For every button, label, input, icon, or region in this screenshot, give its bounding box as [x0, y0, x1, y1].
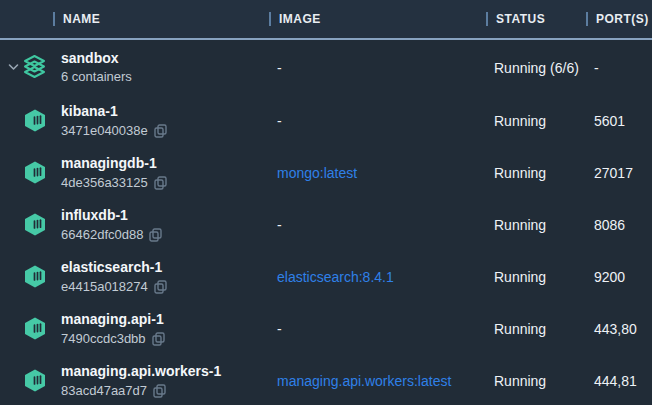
column-header-ports[interactable]: PORT(S) [586, 12, 652, 26]
status-cell: Running [486, 373, 586, 389]
column-divider [486, 12, 488, 26]
container-icon [22, 212, 47, 237]
container-id: 7490ccdc3dbb [61, 330, 146, 349]
column-label: STATUS [496, 12, 545, 26]
table-row[interactable]: managing.api-1 7490ccdc3dbb - Running 44… [0, 303, 652, 355]
image-cell: - [269, 321, 486, 337]
column-label: IMAGE [279, 12, 321, 26]
table-row[interactable]: elasticsearch-1 e4415a018274 elasticsear… [0, 251, 652, 303]
column-header-name[interactable]: NAME [0, 12, 269, 26]
status-cell: Running (6/6) [486, 60, 586, 76]
image-link[interactable]: mongo:latest [269, 165, 486, 181]
container-id: 66462dfc0d88 [61, 226, 143, 245]
copy-icon[interactable] [154, 124, 167, 138]
copy-icon[interactable] [154, 280, 167, 294]
ports-cell: - [586, 60, 652, 76]
containers-panel: NAME IMAGE STATUS PORT(S) [0, 0, 652, 405]
container-id: 4de356a33125 [61, 174, 148, 193]
ports-cell: 9200 [586, 269, 652, 285]
chevron-down-icon[interactable] [5, 63, 22, 71]
image-link[interactable]: elasticsearch:8.4.1 [269, 269, 486, 285]
container-icon [22, 264, 47, 289]
ports-cell: 8086 [586, 217, 652, 233]
container-icon [22, 160, 47, 185]
container-id: 3471e040038e [61, 122, 148, 141]
image-cell: - [269, 60, 486, 76]
container-name: sandbox [61, 48, 132, 68]
column-divider [269, 12, 271, 26]
copy-icon[interactable] [152, 332, 165, 346]
column-divider [586, 12, 588, 26]
container-id: e4415a018274 [61, 278, 148, 297]
column-divider [53, 12, 55, 26]
image-link[interactable]: managing.api.workers:latest [269, 373, 486, 389]
status-cell: Running [486, 269, 586, 285]
table-header: NAME IMAGE STATUS PORT(S) [0, 0, 652, 40]
container-count: 6 containers [61, 68, 132, 87]
ports-cell: 5601 [586, 113, 652, 129]
table-row[interactable]: managingdb-1 4de356a33125 mongo:latest R… [0, 147, 652, 199]
column-header-status[interactable]: STATUS [486, 12, 586, 26]
ports-cell: 443,80 [586, 321, 652, 337]
stack-icon [22, 54, 47, 80]
table-body: sandbox 6 containers - Running (6/6) - [0, 40, 652, 405]
container-icon [22, 368, 47, 393]
column-label: PORT(S) [596, 12, 649, 26]
container-icon [22, 316, 47, 341]
column-label: NAME [63, 12, 100, 26]
container-name: managingdb-1 [61, 153, 167, 173]
column-header-image[interactable]: IMAGE [269, 12, 486, 26]
ports-cell: 444,81 [586, 373, 652, 389]
container-icon [22, 108, 47, 133]
image-cell: - [269, 217, 486, 233]
status-cell: Running [486, 165, 586, 181]
status-cell: Running [486, 217, 586, 233]
container-name: influxdb-1 [61, 205, 162, 225]
image-cell: - [269, 113, 486, 129]
container-name: managing.api-1 [61, 309, 165, 329]
table-row[interactable]: kibana-1 3471e040038e - Running 5601 [0, 95, 652, 147]
table-row[interactable]: sandbox 6 containers - Running (6/6) - [0, 40, 652, 95]
copy-icon[interactable] [153, 384, 166, 398]
copy-icon[interactable] [154, 176, 167, 190]
status-cell: Running [486, 113, 586, 129]
ports-cell: 27017 [586, 165, 652, 181]
container-name: kibana-1 [61, 101, 167, 121]
container-id: 83acd47aa7d7 [61, 382, 147, 401]
table-row[interactable]: influxdb-1 66462dfc0d88 - Running 8086 [0, 199, 652, 251]
container-name: elasticsearch-1 [61, 257, 167, 277]
table-row[interactable]: managing.api.workers-1 83acd47aa7d7 mana… [0, 355, 652, 405]
status-cell: Running [486, 321, 586, 337]
copy-icon[interactable] [149, 228, 162, 242]
container-name: managing.api.workers-1 [61, 361, 221, 381]
